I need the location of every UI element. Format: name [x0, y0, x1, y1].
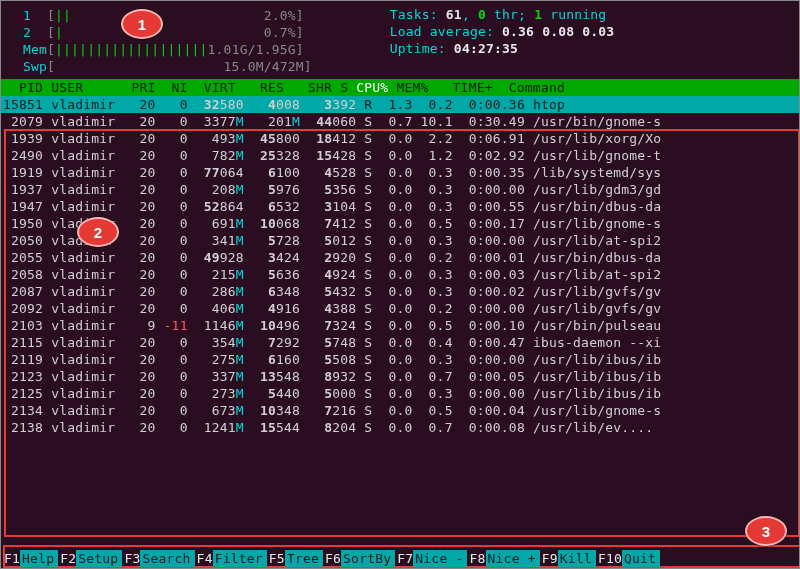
- table-row[interactable]: 1919 vladimir 20 0 77064 6100 4528 S 0.0…: [1, 164, 799, 181]
- table-row[interactable]: 1939 vladimir 20 0 493M 45800 18412 S 0.…: [1, 130, 799, 147]
- swp-meter: Swp [ 15.0M/472M]: [11, 58, 380, 75]
- fn-f1[interactable]: F1Help: [2, 550, 58, 567]
- table-row[interactable]: 2058 vladimir 20 0 215M 5636 4924 S 0.0 …: [1, 266, 799, 283]
- cpu2-bar: [| 0.7%]: [47, 25, 380, 40]
- table-row[interactable]: 2055 vladimir 20 0 49928 3424 2920 S 0.0…: [1, 249, 799, 266]
- badge-2: 2: [77, 217, 119, 247]
- table-row[interactable]: 2050 vladimir 20 0 341M 5728 5012 S 0.0 …: [1, 232, 799, 249]
- process-table-header[interactable]: PID USER PRI NI VIRT RES SHR S CPU% MEM%…: [1, 79, 799, 96]
- cpu1-meter: 1 [|| 2.0%]: [11, 7, 380, 24]
- table-row[interactable]: 1947 vladimir 20 0 52864 6532 3104 S 0.0…: [1, 198, 799, 215]
- cpu2-meter: 2 [| 0.7%]: [11, 24, 380, 41]
- fn-f2[interactable]: F2Setup: [58, 550, 122, 567]
- function-key-bar[interactable]: F1Help F2Setup F3SearchF4FilterF5Tree F6…: [2, 550, 798, 567]
- fn-f5[interactable]: F5Tree: [267, 550, 323, 567]
- cpu1-label: 1: [11, 8, 47, 23]
- table-row[interactable]: 1937 vladimir 20 0 208M 5976 5356 S 0.0 …: [1, 181, 799, 198]
- mem-meter: Mem [|||||||||||||||||||1.01G/1.95G]: [11, 41, 380, 58]
- fn-f9[interactable]: F9Kill: [540, 550, 596, 567]
- meter-column: 1 [|| 2.0%] 2 [| 0.7%] Mem [||||||||||||…: [11, 7, 380, 75]
- table-row[interactable]: 2490 vladimir 20 0 782M 25328 15428 S 0.…: [1, 147, 799, 164]
- fn-f10[interactable]: F10Quit: [596, 550, 660, 567]
- table-row[interactable]: 2079 vladimir 20 0 3377M 201M 44060 S 0.…: [1, 113, 799, 130]
- table-row[interactable]: 2125 vladimir 20 0 273M 5440 5000 S 0.0 …: [1, 385, 799, 402]
- cpu1-bar: [|| 2.0%]: [47, 8, 380, 23]
- uptime-line: Uptime: 04:27:35: [390, 41, 789, 58]
- load-line: Load average: 0.36 0.08 0.03: [390, 24, 789, 41]
- cpu2-label: 2: [11, 25, 47, 40]
- mem-bar: [|||||||||||||||||||1.01G/1.95G]: [47, 42, 380, 57]
- table-row[interactable]: 2123 vladimir 20 0 337M 13548 8932 S 0.0…: [1, 368, 799, 385]
- fn-f6[interactable]: F6SortBy: [323, 550, 395, 567]
- fn-f7[interactable]: F7Nice -: [395, 550, 467, 567]
- stats-column: Tasks: 61, 0 thr; 1 running Load average…: [380, 7, 789, 75]
- swp-bar: [ 15.0M/472M]: [47, 59, 380, 74]
- fn-f4[interactable]: F4Filter: [195, 550, 267, 567]
- table-row[interactable]: 1950 vladimir 20 0 691M 10068 7412 S 0.0…: [1, 215, 799, 232]
- tasks-line: Tasks: 61, 0 thr; 1 running: [390, 7, 789, 24]
- badge-1: 1: [121, 9, 163, 39]
- table-row[interactable]: 2092 vladimir 20 0 406M 4916 4388 S 0.0 …: [1, 300, 799, 317]
- htop-header: 1 [|| 2.0%] 2 [| 0.7%] Mem [||||||||||||…: [1, 1, 799, 79]
- table-row[interactable]: 2138 vladimir 20 0 1241M 15544 8204 S 0.…: [1, 419, 799, 436]
- table-row[interactable]: 2134 vladimir 20 0 673M 10348 7216 S 0.0…: [1, 402, 799, 419]
- table-row[interactable]: 2119 vladimir 20 0 275M 6160 5508 S 0.0 …: [1, 351, 799, 368]
- badge-3: 3: [745, 516, 787, 546]
- table-row[interactable]: 2087 vladimir 20 0 286M 6348 5432 S 0.0 …: [1, 283, 799, 300]
- table-row[interactable]: 2103 vladimir 9 -11 1146M 10496 7324 S 0…: [1, 317, 799, 334]
- table-row[interactable]: 15851 vladimir 20 0 32580 4008 3392 R 1.…: [1, 96, 799, 113]
- table-row[interactable]: 2115 vladimir 20 0 354M 7292 5748 S 0.0 …: [1, 334, 799, 351]
- swp-label: Swp: [11, 59, 47, 74]
- mem-label: Mem: [11, 42, 47, 57]
- fn-f8[interactable]: F8Nice +: [467, 550, 539, 567]
- fn-f3[interactable]: F3Search: [122, 550, 194, 567]
- process-table-body[interactable]: 15851 vladimir 20 0 32580 4008 3392 R 1.…: [1, 96, 799, 436]
